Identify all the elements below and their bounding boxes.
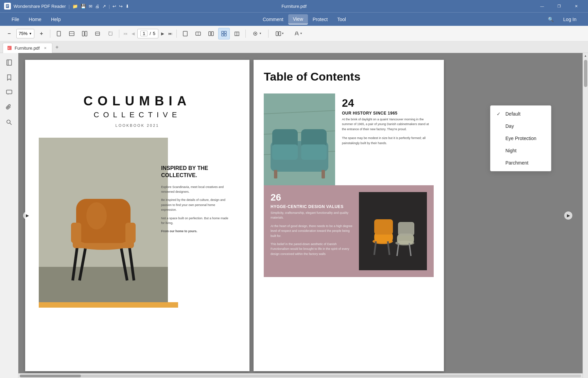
svg-rect-2 (6, 6, 8, 6)
pdf-viewer[interactable]: ▶ COLUMBIA COLLECTIVE LOOKBOOK 2021 (18, 53, 583, 378)
zoom-select[interactable]: 75% ▼ (16, 29, 34, 38)
toolbar-icon5: ↗ (102, 4, 106, 9)
main-area: ▶ COLUMBIA COLLECTIVE LOOKBOOK 2021 (0, 53, 588, 378)
menu-home[interactable]: Home (24, 15, 46, 24)
two-page-button[interactable] (79, 28, 90, 39)
tab-bar: P Furniture.pdf ✕ + (0, 41, 588, 53)
toc-24-number: 24 (342, 97, 434, 109)
book-mode-button[interactable] (231, 28, 243, 39)
dropdown-default[interactable]: ✓ Default (490, 108, 551, 120)
horizontal-scrollbar[interactable] (18, 373, 583, 378)
minimize-button[interactable]: — (534, 0, 550, 12)
menu-view[interactable]: View (288, 14, 308, 24)
fit-width-button[interactable] (92, 28, 103, 39)
menu-file[interactable]: File (7, 15, 24, 24)
svg-line-33 (10, 123, 12, 125)
vertical-scrollbar[interactable]: ▲ (583, 53, 588, 378)
sep5 (268, 30, 269, 38)
scroll-thumb[interactable] (584, 60, 587, 87)
svg-rect-11 (109, 32, 112, 35)
scroll-up-arrow[interactable]: ▲ (583, 53, 588, 58)
markup-button[interactable]: ▼ (290, 28, 307, 39)
prev-page-button[interactable]: ◀ (130, 31, 136, 36)
two-col-button[interactable] (205, 28, 217, 39)
redo-icon[interactable]: ↪ (119, 4, 123, 9)
sidebar-comment-icon[interactable] (3, 86, 15, 99)
sep4 (245, 30, 246, 38)
sidebar-book-icon[interactable] (3, 56, 15, 69)
toc-26-text: 26 HYGGE-CENTRIC DESIGN VALUES Simplicit… (271, 192, 353, 270)
toolbar: − 75% ▼ + ⏮ ◀ 1 / 5 ▶ ⏭ (0, 26, 588, 41)
inspired-text-block: INSPIRED BY THE COLLECTIVE. Explore Scan… (161, 165, 229, 237)
svg-rect-15 (209, 32, 211, 36)
next-page-button[interactable]: ▶ (160, 31, 166, 36)
search-menu-icon[interactable]: 🔍 (543, 15, 558, 24)
page1-header: COLUMBIA COLLECTIVE LOOKBOOK 2021 (39, 94, 236, 127)
h-scroll-track (20, 375, 581, 377)
zoom-in-button[interactable]: + (36, 28, 47, 39)
prev-page-arrow[interactable]: ▶ (23, 211, 31, 220)
menu-help[interactable]: Help (46, 15, 66, 24)
fit-page-button[interactable] (66, 28, 77, 39)
pdf-page-1: COLUMBIA COLLECTIVE LOOKBOOK 2021 (25, 60, 249, 371)
toc-26-body1: Simplicity, craftsmanship, elegant funct… (271, 210, 353, 220)
tab-add-button[interactable]: + (52, 42, 62, 52)
toc-item-24: 24 OUR HISTORY SINCE 1965 At the brink o… (264, 93, 434, 185)
dropdown-eye-protection[interactable]: Eye Protection (490, 132, 551, 144)
toc-24-body1: At the brink of daylight on a quaint Van… (342, 117, 434, 132)
h-scroll-thumb[interactable] (20, 375, 81, 377)
sidebar-attachment-icon[interactable] (3, 101, 15, 114)
title-bar-center: Furniture.pdf (281, 4, 307, 9)
svg-point-32 (7, 120, 10, 123)
menu-tool[interactable]: Tool (332, 15, 351, 24)
eye-protection-dropdown: ✓ Default Day Eye Protection Night Parch… (490, 105, 551, 171)
first-page-button[interactable]: ⏮ (122, 31, 129, 36)
tab-furniture-pdf[interactable]: P Furniture.pdf ✕ (3, 43, 52, 53)
svg-rect-12 (183, 31, 187, 36)
undo-icon[interactable]: ↩ (113, 4, 116, 9)
grid-view-button[interactable] (218, 28, 230, 39)
inspired-para2: Be inspired by the details of culture, d… (161, 197, 229, 212)
menu-comment[interactable]: Comment (258, 15, 288, 24)
crop-button[interactable] (105, 28, 116, 39)
inspired-heading: INSPIRED BY THE COLLECTIVE. (161, 165, 229, 179)
toc-24-heading: OUR HISTORY SINCE 1965 (342, 111, 434, 116)
total-pages: 5 (153, 31, 155, 36)
toc-title: Table of Contents (264, 70, 434, 83)
sidebar-bookmark-icon[interactable] (3, 71, 15, 84)
sep3 (176, 30, 177, 38)
dropdown-arrow: ▼ (259, 32, 262, 35)
svg-rect-17 (222, 31, 224, 33)
toolbar-icon: 📁 (72, 4, 78, 9)
fit-mode-button[interactable] (192, 28, 204, 39)
toc-26-heading: HYGGE-CENTRIC DESIGN VALUES (271, 204, 353, 209)
sidebar-search-icon[interactable] (3, 116, 15, 128)
menu-protect[interactable]: Protect (308, 15, 332, 24)
more-icon[interactable]: ⬇ (125, 4, 129, 9)
toc-item-26: 26 HYGGE-CENTRIC DESIGN VALUES Simplicit… (264, 185, 434, 277)
dropdown-day-label: Day (505, 123, 514, 129)
tab-close-button[interactable]: ✕ (42, 45, 48, 51)
login-button[interactable]: Log In (558, 15, 581, 24)
single-page-button[interactable] (53, 28, 65, 39)
dropdown-night-label: Night (505, 148, 517, 153)
toolbar-icon4: 🖨 (95, 4, 100, 9)
next-page-arrow[interactable]: ▶ (564, 211, 572, 220)
left-sidebar (0, 53, 18, 378)
compare-button[interactable]: ▼ (271, 28, 288, 39)
dropdown-night[interactable]: Night (490, 144, 551, 157)
svg-rect-18 (224, 31, 226, 33)
toc-24-text: 24 OUR HISTORY SINCE 1965 At the brink o… (342, 93, 434, 185)
dropdown-day[interactable]: Day (490, 120, 551, 132)
restore-button[interactable]: ❐ (551, 0, 567, 12)
columbia-title: COLUMBIA (39, 94, 236, 108)
close-button[interactable]: ✕ (568, 0, 584, 12)
sep2 (119, 30, 119, 38)
dropdown-parchment[interactable]: Parchment (490, 157, 551, 169)
last-page-button[interactable]: ⏭ (167, 31, 174, 36)
current-page[interactable]: 1 (140, 31, 148, 36)
scroll-mode-button[interactable] (179, 28, 191, 39)
zoom-dropdown-icon: ▼ (29, 32, 32, 35)
zoom-out-button[interactable]: − (3, 28, 15, 39)
eye-protect-dropdown[interactable]: ▼ (248, 28, 265, 39)
